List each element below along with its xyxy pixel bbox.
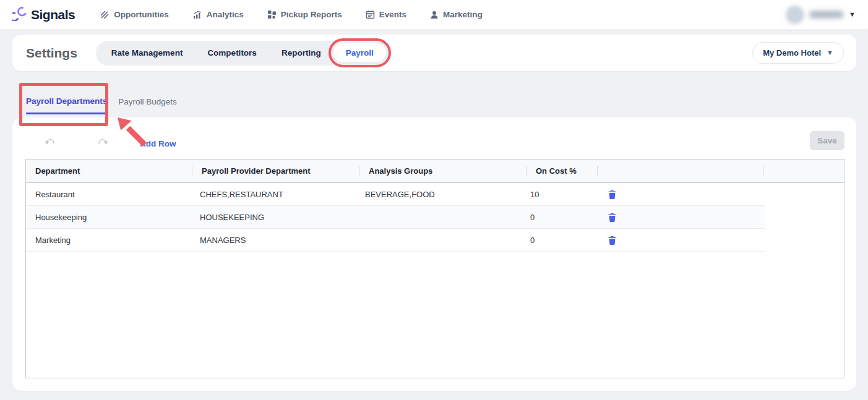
column-header-empty [763,160,844,183]
chevron-down-icon: ▼ [849,11,856,18]
payroll-departments-grid: Department Payroll Provider Department A… [25,159,844,378]
cell-department[interactable]: Marketing [26,229,191,252]
delete-row-button[interactable] [608,190,616,199]
chevron-down-icon: ▼ [827,49,833,56]
main-nav: Opportunities Analytics Pickup Reports [100,10,483,20]
active-tab-underline [26,113,107,114]
undo-button[interactable] [45,138,56,150]
page-title: Settings [26,46,77,61]
cell-on-cost-pct[interactable]: 0 [521,229,591,252]
cell-payroll-provider-department[interactable]: HOUSEKEEPING [191,206,356,229]
subtab-label: Payroll Departments [26,96,107,106]
delete-row-button[interactable] [608,236,616,245]
cell-analysis-groups[interactable]: BEVERAGE,FOOD [356,183,521,206]
cell-payroll-provider-department[interactable]: MANAGERS [191,229,356,252]
nav-item-pickup-reports[interactable]: Pickup Reports [267,10,342,19]
nav-item-opportunities[interactable]: Opportunities [100,10,169,20]
events-calendar-icon [366,10,375,19]
nav-label: Analytics [207,10,244,19]
user-name-redacted [810,11,843,18]
nav-label: Marketing [443,10,483,19]
nav-item-analytics[interactable]: Analytics [192,10,244,20]
cell-analysis-groups[interactable] [356,206,521,229]
cell-payroll-provider-department[interactable]: CHEFS,RESTAURANT [191,183,356,206]
nav-item-marketing[interactable]: Marketing [430,10,483,19]
top-nav-bar: Signals Opportunities Analytics [0,0,868,30]
column-header-payroll-provider-department[interactable]: Payroll Provider Department [192,160,359,183]
column-header-department[interactable]: Department [26,160,192,183]
signals-logo-icon [12,6,28,23]
table-row: Restaurant CHEFS,RESTAURANT BEVERAGE,FOO… [26,183,765,206]
save-button[interactable]: Save [810,131,844,150]
nav-label: Opportunities [114,10,169,19]
nav-item-events[interactable]: Events [366,10,406,19]
brand-logo[interactable]: Signals [12,6,75,23]
grid-header-row: Department Payroll Provider Department A… [26,160,844,183]
table-row: Marketing MANAGERS 0 [26,229,765,252]
hotel-selector-label: My Demo Hotel [763,48,821,57]
cell-department[interactable]: Housekeeping [26,206,191,229]
column-header-actions [598,160,763,183]
tab-competitors[interactable]: Competitors [195,43,269,62]
add-row-button[interactable]: Add Row [140,139,176,148]
cell-analysis-groups[interactable] [356,229,521,252]
payroll-departments-panel: Add Row Save Department Payroll Provider… [12,117,856,391]
settings-tab-group: Rate Management Competitors Reporting Pa… [96,41,389,66]
opportunities-icon [100,10,110,20]
delete-row-button[interactable] [608,213,616,222]
subtab-payroll-departments[interactable]: Payroll Departments [26,96,107,114]
tab-payroll[interactable]: Payroll [333,43,386,62]
column-header-analysis-groups[interactable]: Analysis Groups [359,160,526,183]
settings-header-bar: Settings Rate Management Competitors Rep… [12,35,856,71]
subtab-payroll-budgets[interactable]: Payroll Budgets [118,96,177,106]
nav-label: Events [379,10,406,19]
cell-on-cost-pct[interactable]: 10 [521,183,591,206]
redo-button[interactable] [97,138,108,150]
payroll-subtabs: Payroll Departments Payroll Budgets [26,96,177,114]
cell-on-cost-pct[interactable]: 0 [521,206,591,229]
marketing-person-icon [430,11,439,19]
table-row: Housekeeping HOUSEKEEPING 0 [26,206,765,229]
pickup-reports-icon [267,10,277,19]
tab-rate-management[interactable]: Rate Management [99,43,196,62]
tab-reporting[interactable]: Reporting [269,43,333,62]
tab-payroll-label: Payroll [346,48,374,57]
column-header-on-cost-pct[interactable]: On Cost % [526,160,598,183]
analytics-icon [192,10,202,20]
cell-department[interactable]: Restaurant [26,183,191,206]
brand-name: Signals [31,7,75,22]
user-account-menu[interactable]: ▼ [786,6,856,24]
nav-label: Pickup Reports [281,10,342,19]
hotel-selector-dropdown[interactable]: My Demo Hotel ▼ [752,42,844,64]
avatar[interactable] [786,6,804,24]
